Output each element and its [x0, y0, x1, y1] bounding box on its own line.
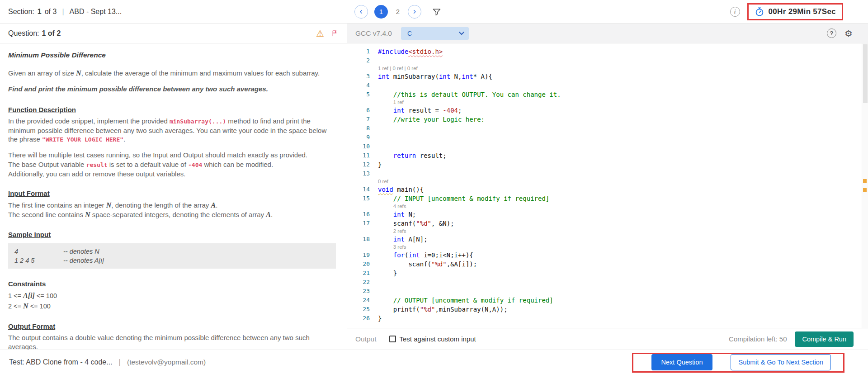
heading-function-description: Function Description: [8, 105, 336, 114]
sample-comment: -- denotes N: [63, 248, 99, 255]
code-line[interactable]: 2: [347, 56, 868, 65]
codelens-label[interactable]: 1 ref | 0 ref | 0 ref: [347, 65, 868, 72]
code-line[interactable]: 18 int A[N];: [347, 235, 868, 244]
line-number: 2: [347, 56, 370, 65]
timer: 00Hr 29Min 57Sec: [747, 3, 843, 20]
question-paragraph: Given an array of size N, calculate the …: [8, 69, 336, 78]
codelens-label[interactable]: 3 refs: [347, 244, 868, 251]
code-line[interactable]: 20 scanf("%d",&A[i]);: [347, 260, 868, 269]
question-header: Question: 1 of 2 ⚠: [0, 24, 347, 43]
line-number: 23: [347, 287, 370, 296]
code-line[interactable]: 26}: [347, 314, 868, 323]
line-number: 10: [347, 142, 370, 151]
code-line[interactable]: 8: [347, 124, 868, 133]
code-line[interactable]: 10: [347, 142, 868, 151]
code-text: [370, 81, 378, 90]
prev-question-button[interactable]: [354, 5, 368, 19]
code-editor[interactable]: 1#include<stdio.h>21 ref | 0 ref | 0 ref…: [347, 43, 868, 328]
question-paragraph: The base Output variable result is set t…: [8, 160, 336, 178]
code-line[interactable]: 4: [347, 81, 868, 90]
question-pager: 1 2: [354, 5, 441, 19]
line-number: 9: [347, 133, 370, 142]
code-line[interactable]: 14void main(){: [347, 185, 868, 194]
code-text: }: [370, 160, 382, 169]
submit-section-button[interactable]: Submit & Go To Next Section: [731, 354, 831, 370]
navigation-buttons: Next Question Submit & Go To Next Sectio…: [651, 354, 831, 370]
code-line[interactable]: 11 return result;: [347, 151, 868, 160]
line-number: 15: [347, 194, 370, 203]
code-text: // OUTPUT [uncomment & modify if require…: [370, 296, 553, 305]
code-line[interactable]: 24 // OUTPUT [uncomment & modify if requ…: [347, 296, 868, 305]
code-text: [370, 133, 378, 142]
filter-icon[interactable]: [432, 7, 441, 16]
compile-run-button[interactable]: Compile & Run: [795, 331, 854, 347]
code-line[interactable]: 5 //this is default OUTPUT. You can chan…: [347, 90, 868, 99]
code-line[interactable]: 7 //write your Logic here:: [347, 115, 868, 124]
code-text: int result = -404;: [370, 106, 462, 115]
gear-icon[interactable]: ⚙: [844, 29, 853, 38]
question-count: 1 of 2: [42, 29, 61, 38]
code-line[interactable]: 17 scanf("%d", &N);: [347, 219, 868, 228]
line-number: 16: [347, 210, 370, 219]
code-line[interactable]: 3int minSubarray(int N,int* A){: [347, 72, 868, 81]
codelens-label[interactable]: 4 refs: [347, 203, 868, 210]
flag-icon[interactable]: [331, 29, 339, 38]
code-line[interactable]: 13: [347, 169, 868, 178]
code-lines[interactable]: 1#include<stdio.h>21 ref | 0 ref | 0 ref…: [347, 47, 868, 323]
question-emphasis: Find and print the minimum possible diff…: [8, 85, 336, 94]
help-icon[interactable]: ?: [827, 28, 836, 38]
variable-a: A: [266, 211, 271, 218]
warning-icon[interactable]: ⚠: [316, 29, 324, 38]
pager-page-1[interactable]: 1: [374, 5, 388, 19]
code-line[interactable]: 12}: [347, 160, 868, 169]
code-line[interactable]: 25 printf("%d",minSubarray(N,A));: [347, 305, 868, 314]
text-run: The first line contains an integer: [8, 201, 106, 209]
main-area: Question: 1 of 2 ⚠ Minimum Possible Diff…: [0, 24, 868, 350]
custom-input-toggle[interactable]: Test against custom input: [389, 335, 476, 343]
language-value: C: [407, 30, 412, 37]
variable-ai: A[i]: [23, 292, 35, 299]
variable-n: N: [23, 302, 28, 310]
code-editor-panel: GCC v7.4.0 C ? ⚙ 1#include<stdio.h>21 re…: [347, 24, 868, 350]
editor-scrollbar[interactable]: [862, 43, 868, 328]
chevron-right-icon: [412, 9, 417, 14]
codelens-label[interactable]: 2 refs: [347, 228, 868, 235]
code-line[interactable]: 1#include<stdio.h>: [347, 47, 868, 56]
user-email: (testevolv@yopmail.com): [127, 358, 206, 366]
constraint-line: 2 <= N <= 100: [8, 302, 336, 311]
code-line[interactable]: 21 }: [347, 269, 868, 278]
code-text: void main(){: [370, 185, 424, 194]
code-line[interactable]: 16 int N;: [347, 210, 868, 219]
next-question-footer-button[interactable]: Next Question: [651, 354, 713, 370]
code-text: //write your Logic here:: [370, 115, 485, 124]
scrollbar-thumb[interactable]: [863, 44, 868, 103]
code-text: int A[N];: [370, 235, 428, 244]
code-line[interactable]: 6 int result = -404;: [347, 106, 868, 115]
text-run: 2 <=: [8, 303, 23, 310]
code-line[interactable]: 19 for(int i=0;i<N;i++){: [347, 251, 868, 260]
scrollbar-warning-mark: [863, 188, 867, 192]
code-text: }: [370, 269, 397, 278]
timer-text: 00Hr 29Min 57Sec: [769, 7, 836, 16]
code-line[interactable]: 15 // INPUT [uncomment & modify if requi…: [347, 194, 868, 203]
code-line[interactable]: 9: [347, 133, 868, 142]
code-line[interactable]: 23: [347, 287, 868, 296]
question-title: Minimum Possible Difference: [8, 51, 336, 60]
codelens-label[interactable]: 0 ref: [347, 178, 868, 185]
sample-input-box: 4-- denotes N 1 2 4 5-- denotes A[i]: [8, 243, 336, 269]
code-text: // INPUT [uncomment & modify if required…: [370, 194, 549, 203]
code-line[interactable]: 22: [347, 278, 868, 287]
pager-page-2[interactable]: 2: [394, 8, 401, 15]
language-select[interactable]: C: [401, 27, 469, 40]
custom-input-checkbox[interactable]: [389, 336, 396, 342]
code-text: #include<stdio.h>: [370, 47, 443, 56]
codelens-label[interactable]: 1 ref: [347, 99, 868, 106]
code-text: [370, 278, 378, 287]
text-run: space-separated integers, denoting the e…: [90, 211, 266, 218]
code-text: [370, 169, 378, 178]
code-text: return result;: [370, 151, 447, 160]
line-number: 20: [347, 260, 370, 269]
info-icon[interactable]: i: [730, 7, 740, 17]
next-question-button[interactable]: [408, 5, 421, 19]
code-text: for(int i=0;i<N;i++){: [370, 251, 473, 260]
